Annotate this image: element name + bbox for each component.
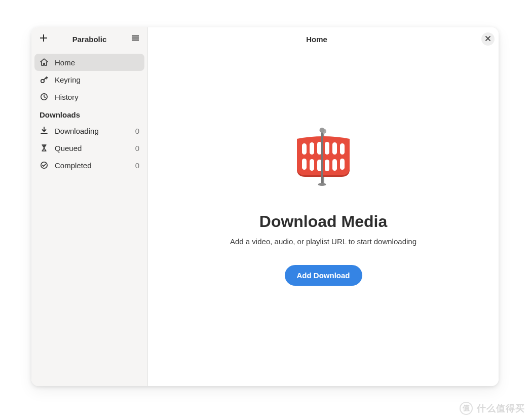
hourglass-icon bbox=[40, 143, 49, 152]
sidebar-item-label: Home bbox=[55, 58, 139, 67]
sidebar-item-label: Completed bbox=[55, 161, 129, 170]
sidebar-item-completed[interactable]: Completed 0 bbox=[34, 157, 144, 174]
sidebar-item-queued[interactable]: Queued 0 bbox=[34, 139, 144, 157]
app-logo-icon bbox=[288, 121, 359, 192]
hamburger-icon bbox=[131, 34, 139, 44]
svg-point-18 bbox=[320, 128, 325, 133]
svg-rect-16 bbox=[340, 159, 345, 170]
svg-rect-7 bbox=[317, 142, 322, 155]
main-panel: Home bbox=[148, 27, 499, 386]
content-heading: Download Media bbox=[259, 212, 387, 231]
sidebar-item-count: 0 bbox=[135, 127, 139, 135]
svg-point-19 bbox=[318, 183, 326, 186]
watermark: 值 什么值得买 bbox=[460, 402, 525, 415]
svg-rect-14 bbox=[325, 160, 329, 171]
svg-rect-11 bbox=[302, 159, 307, 170]
svg-rect-6 bbox=[310, 142, 314, 155]
add-button[interactable] bbox=[35, 31, 52, 47]
key-icon bbox=[40, 75, 49, 84]
sidebar-item-label: Queued bbox=[55, 144, 129, 152]
empty-state: Download Media Add a video, audio, or pl… bbox=[148, 51, 499, 386]
svg-rect-15 bbox=[332, 159, 337, 171]
sidebar-header: Parabolic bbox=[31, 27, 147, 51]
clock-icon bbox=[40, 92, 49, 101]
sidebar-title: Parabolic bbox=[52, 35, 127, 44]
svg-rect-10 bbox=[340, 143, 345, 155]
sidebar-item-label: Keyring bbox=[55, 75, 139, 84]
watermark-text: 什么值得买 bbox=[477, 402, 525, 414]
svg-rect-17 bbox=[321, 129, 323, 184]
main-header: Home bbox=[148, 27, 499, 51]
sidebar-item-downloading[interactable]: Downloading 0 bbox=[34, 122, 144, 139]
svg-rect-8 bbox=[325, 142, 329, 155]
sidebar-item-history[interactable]: History bbox=[34, 88, 144, 105]
sidebar-item-home[interactable]: Home bbox=[34, 54, 144, 71]
app-window: Parabolic Home Keyring bbox=[31, 27, 499, 386]
sidebar: Parabolic Home Keyring bbox=[31, 27, 148, 386]
close-button[interactable] bbox=[481, 32, 495, 46]
download-icon bbox=[40, 126, 49, 135]
svg-rect-13 bbox=[317, 160, 322, 171]
svg-rect-9 bbox=[332, 142, 337, 155]
watermark-logo-icon: 值 bbox=[460, 402, 473, 415]
close-icon bbox=[485, 34, 491, 44]
sidebar-item-label: History bbox=[55, 93, 139, 101]
sidebar-item-keyring[interactable]: Keyring bbox=[34, 71, 144, 88]
check-circle-icon bbox=[40, 161, 49, 170]
downloads-section-header: Downloads bbox=[34, 105, 144, 122]
add-download-button[interactable]: Add Download bbox=[285, 265, 362, 286]
sidebar-body: Home Keyring History Downloads Downlo bbox=[31, 51, 147, 177]
plus-icon bbox=[40, 34, 48, 44]
sidebar-item-count: 0 bbox=[135, 161, 139, 170]
svg-rect-12 bbox=[310, 159, 314, 171]
content-subtitle: Add a video, audio, or playlist URL to s… bbox=[230, 237, 417, 246]
sidebar-item-label: Downloading bbox=[55, 127, 129, 135]
svg-rect-5 bbox=[302, 143, 307, 155]
home-icon bbox=[40, 58, 49, 67]
page-title: Home bbox=[152, 35, 481, 44]
menu-button[interactable] bbox=[127, 31, 143, 47]
sidebar-item-count: 0 bbox=[135, 144, 139, 152]
